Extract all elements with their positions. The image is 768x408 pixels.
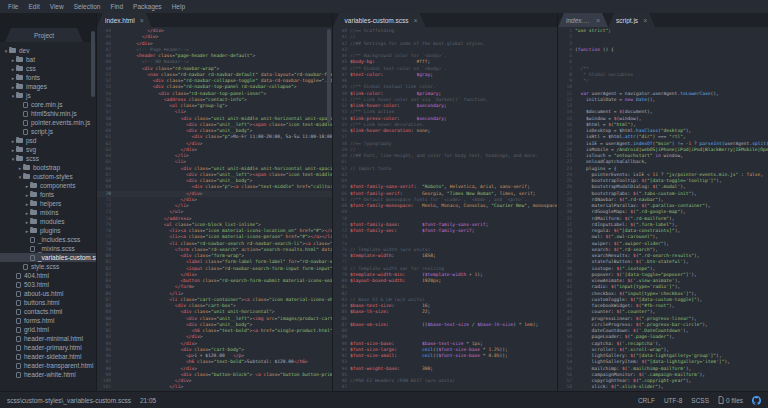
main-area: Project ▾dev▸bat▸css▸fonts▸images▾jscore…	[0, 13, 768, 391]
code-text: slick: $(".slick-slider"),	[575, 384, 768, 390]
tree-item-contacts.html[interactable]: contacts.html	[0, 307, 96, 316]
tree-item-modules[interactable]: ▸modules	[0, 217, 96, 226]
tree-item-label: buttons.html	[24, 299, 59, 306]
tree-item-header-primary.html[interactable]: header-primary.html	[0, 343, 96, 352]
tab-index.html[interactable]: index.html×	[97, 13, 152, 27]
tree-item-mixins[interactable]: ▸mixins	[0, 208, 96, 217]
tab-index.html[interactable]: index.html×	[558, 13, 608, 27]
tree-item-custom-styles[interactable]: ▾custom-styles	[0, 172, 96, 181]
tab-project[interactable]: Project	[5, 28, 83, 42]
tree-item-js[interactable]: ▾js	[0, 91, 96, 100]
tree-item-label: contacts.html	[24, 308, 62, 315]
tree-item-buttons.html[interactable]: buttons.html	[0, 298, 96, 307]
file-icon	[30, 237, 35, 243]
status-git-files[interactable]: 0 files	[718, 396, 743, 405]
tree-item-header-transparent.html[interactable]: header-transparent.html	[0, 361, 96, 370]
tab-script.js[interactable]: script.js×	[608, 13, 655, 27]
tree-item-_mixins.scss[interactable]: _mixins.scss	[0, 244, 96, 253]
tree-item-html5shiv.min.js[interactable]: html5shiv.min.js	[0, 109, 96, 118]
tree-item-label: _variables-custom.scss	[38, 254, 96, 261]
tree-item-header-white.html[interactable]: header-white.html	[0, 370, 96, 379]
tree-item-label: custom-styles	[33, 173, 73, 180]
file-tree[interactable]: ▾dev▸bat▸css▸fonts▸images▾jscore.min.jsh…	[0, 42, 96, 391]
tree-item-header-sidebar.html[interactable]: header-sidebar.html	[0, 352, 96, 361]
menu-find[interactable]: Find	[105, 0, 128, 13]
code-editor[interactable]: 40//== Scaffolding41//42//## Settings fo…	[333, 27, 557, 391]
tree-item-label: psd	[26, 137, 36, 144]
tab-title: index.html	[566, 17, 591, 24]
tree-item-bat[interactable]: ▸bat	[0, 55, 96, 64]
tree-item-_includes.scss[interactable]: _includes.scss	[0, 235, 96, 244]
tree-item-label: mixins	[40, 209, 58, 216]
file-icon	[30, 255, 35, 261]
status-file-path[interactable]: scss\custom-styles\_variables-custom.scs…	[7, 397, 131, 404]
folder-icon	[16, 57, 23, 62]
tree-item-fonts[interactable]: ▸fonts	[0, 190, 96, 199]
close-icon[interactable]: ×	[596, 17, 600, 24]
folder-icon	[30, 228, 37, 233]
code-text	[350, 384, 557, 390]
tree-item-style.scss[interactable]: style.scss	[0, 262, 96, 271]
menu-view[interactable]: View	[45, 0, 69, 13]
close-icon[interactable]: ×	[643, 17, 647, 24]
tree-item-label: header-minimal.html	[24, 335, 83, 342]
file-icon	[718, 396, 724, 405]
tree-item-scss[interactable]: ▾scss	[0, 154, 96, 163]
tab-_variables-custom.scss[interactable]: _variables-custom.scss×	[333, 13, 426, 27]
tree-item-label: css	[26, 65, 36, 72]
tree-item-css[interactable]: ▸css	[0, 64, 96, 73]
tree-item-label: grid.html	[24, 326, 49, 333]
tab-bar: index.html×script.js×	[558, 13, 768, 27]
tree-item-psd[interactable]: ▸psd	[0, 136, 96, 145]
close-icon[interactable]: ×	[140, 17, 144, 24]
tree-item-404.html[interactable]: 404.html	[0, 271, 96, 280]
tree-item-_variables-custom.scss[interactable]: _variables-custom.scss	[0, 253, 96, 262]
status-encoding[interactable]: UTF-8	[664, 397, 682, 404]
tree-item-503.html[interactable]: 503.html	[0, 280, 96, 289]
code-line: 58 slick: $(".slick-slider"),	[558, 384, 768, 390]
file-icon	[16, 354, 21, 360]
tree-item-images[interactable]: ▸images	[0, 82, 96, 91]
menu-packages[interactable]: Packages	[128, 0, 167, 13]
tree-item-helpers[interactable]: ▸helpers	[0, 199, 96, 208]
tree-item-forms.html[interactable]: forms.html	[0, 316, 96, 325]
tree-item-label: modules	[40, 218, 65, 225]
tree-item-script.js[interactable]: script.js	[0, 127, 96, 136]
menu-edit[interactable]: Edit	[23, 0, 44, 13]
line-number: 97	[333, 384, 350, 390]
editor-pane-1[interactable]: index.html× 44 </div>45 </div>46 </div>4…	[97, 13, 332, 391]
tree-item-grid.html[interactable]: grid.html	[0, 325, 96, 334]
code-editor[interactable]: 44 </div>45 </div>46 </div>47 <!-- Page …	[97, 27, 332, 391]
tree-item-fonts[interactable]: ▸fonts	[0, 73, 96, 82]
tree-item-components[interactable]: ▸components	[0, 181, 96, 190]
tab-bar: index.html×	[97, 13, 332, 27]
file-icon	[23, 120, 28, 126]
editor-scrollbar[interactable]	[327, 29, 331, 123]
tree-item-about-us.html[interactable]: about-us.html	[0, 289, 96, 298]
tree-item-pointer.events.min.js[interactable]: pointer.events.min.js	[0, 118, 96, 127]
folder-icon	[9, 48, 16, 53]
tree-item-core.min.js[interactable]: core.min.js	[0, 100, 96, 109]
close-icon[interactable]: ×	[414, 17, 418, 24]
tree-item-plugins[interactable]: ▸plugins	[0, 226, 96, 235]
github-icon[interactable]	[752, 396, 761, 405]
tree-item-bootstrap[interactable]: ▸bootstrap	[0, 163, 96, 172]
tree-item-header-minimal.html[interactable]: header-minimal.html	[0, 334, 96, 343]
file-icon	[16, 345, 21, 351]
menu-help[interactable]: Help	[167, 0, 190, 13]
tree-item-dev[interactable]: ▾dev	[0, 46, 96, 55]
editor-pane-3[interactable]: index.html×script.js× 1"use strict";234(…	[557, 13, 768, 391]
tree-item-svg[interactable]: ▸svg	[0, 145, 96, 154]
tree-item-label: dev	[19, 47, 29, 54]
folder-icon	[23, 165, 30, 170]
code-editor[interactable]: 1"use strict";234(function () {567 /**8 …	[558, 27, 768, 391]
editor-pane-2[interactable]: _variables-custom.scss× 40//== Scaffoldi…	[332, 13, 557, 391]
menu-file[interactable]: File	[3, 0, 23, 13]
status-cursor-position[interactable]: 21:05	[140, 397, 156, 404]
sidebar-tab-bar: Project	[0, 13, 96, 42]
line-number: 101	[97, 384, 114, 390]
menu-selection[interactable]: Selection	[69, 0, 106, 13]
status-line-ending[interactable]: CRLF	[638, 397, 655, 404]
status-grammar[interactable]: SCSS	[691, 397, 709, 404]
tree-scrollbar[interactable]	[91, 31, 95, 97]
